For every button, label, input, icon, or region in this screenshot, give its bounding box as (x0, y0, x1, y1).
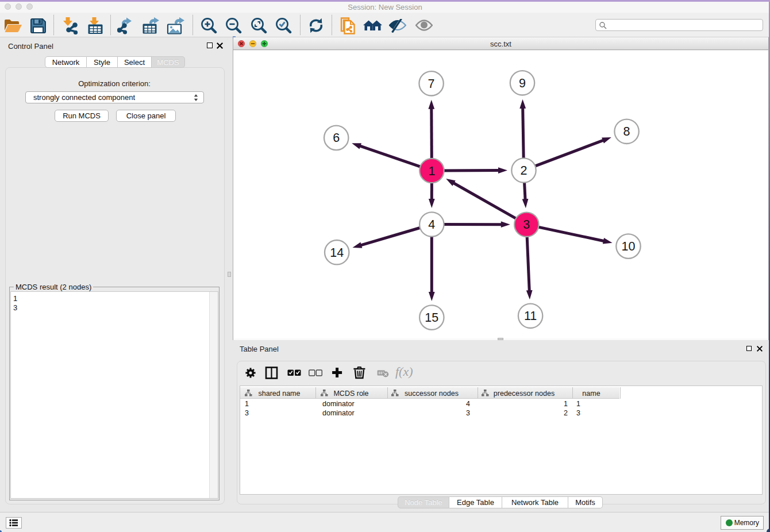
svg-text:2: 2 (521, 164, 528, 178)
svg-text:9: 9 (519, 76, 526, 90)
svg-text:7: 7 (428, 77, 435, 91)
svg-text:4: 4 (428, 218, 435, 232)
svg-text:1: 1 (428, 164, 435, 178)
svg-text:predecessor nodes: predecessor nodes (494, 390, 555, 398)
svg-text:6: 6 (333, 131, 340, 145)
svg-text:14: 14 (330, 246, 344, 260)
svg-text:8: 8 (623, 125, 630, 138)
svg-text:successor nodes: successor nodes (405, 390, 459, 398)
svg-text:shared name: shared name (259, 390, 301, 398)
svg-text:11: 11 (524, 309, 537, 323)
svg-text:name: name (582, 390, 600, 398)
svg-text:15: 15 (425, 311, 438, 325)
svg-text:3: 3 (523, 218, 530, 232)
svg-text:MCDS role: MCDS role (333, 390, 368, 398)
svg-text:10: 10 (622, 240, 636, 253)
